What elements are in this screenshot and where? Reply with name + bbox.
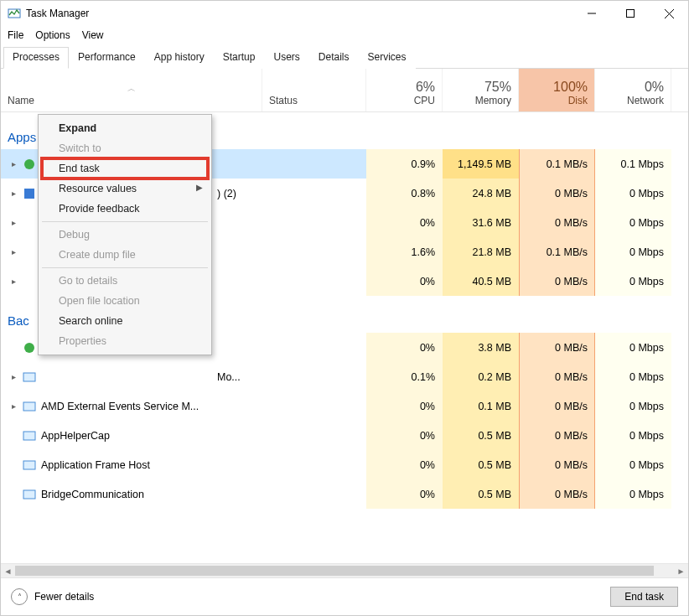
tab-processes[interactable]: Processes: [3, 47, 69, 69]
network-value: 0 Mbps: [595, 179, 671, 208]
menu-item-open-file-location: Open file location: [40, 291, 210, 311]
network-value: 0 Mbps: [595, 479, 671, 509]
column-cpu[interactable]: 6% CPU: [366, 69, 443, 111]
chevron-right-icon[interactable]: ▸: [8, 372, 19, 381]
app-icon: [23, 275, 36, 288]
disk-value: 0 MB/s: [519, 179, 595, 208]
cpu-value: 0%: [366, 391, 443, 421]
network-value: 0 Mbps: [595, 333, 671, 362]
cpu-value: 0%: [366, 333, 443, 362]
menu-item-end-task[interactable]: End task: [40, 158, 210, 179]
svg-rect-11: [23, 461, 35, 469]
chevron-up-icon: ˄: [18, 593, 22, 602]
menu-item-provide-feedback[interactable]: Provide feedback: [40, 199, 210, 219]
close-button[interactable]: [650, 1, 688, 26]
submenu-arrow-icon: ▶: [196, 183, 203, 192]
memory-value: 0.2 MB: [443, 362, 519, 391]
menu-separator: [42, 221, 208, 222]
cpu-value: 0%: [366, 421, 443, 450]
horizontal-scrollbar[interactable]: ◄ ►: [1, 563, 688, 577]
menu-item-label: Resource values: [59, 183, 137, 194]
service-icon: [23, 488, 36, 501]
memory-value: 0.5 MB: [443, 479, 519, 509]
chevron-right-icon[interactable]: ▸: [8, 218, 19, 227]
cpu-value: 0%: [366, 267, 443, 296]
cpu-value: 0%: [366, 208, 443, 237]
tab-services[interactable]: Services: [359, 47, 416, 69]
chevron-right-icon[interactable]: ▸: [8, 247, 19, 256]
menu-file[interactable]: File: [8, 29, 23, 41]
scroll-left-icon[interactable]: ◄: [1, 567, 15, 576]
tab-performance[interactable]: Performance: [69, 47, 145, 69]
fewer-details-toggle[interactable]: ˄: [11, 588, 28, 605]
tab-app-history[interactable]: App history: [145, 47, 214, 69]
footer: ˄ Fewer details End task: [1, 577, 688, 615]
column-cpu-label: CPU: [414, 95, 435, 106]
memory-value: 0.5 MB: [443, 421, 519, 450]
app-icon: [23, 246, 36, 259]
process-row[interactable]: ▸ AMD External Events Service M... 0% 0.…: [1, 391, 688, 421]
column-network[interactable]: 0% Network: [595, 69, 671, 111]
process-row[interactable]: ▸ BridgeCommunication 0% 0.5 MB 0 MB/s 0…: [1, 479, 688, 509]
memory-usage-pct: 75%: [484, 80, 511, 95]
svg-rect-2: [627, 10, 635, 18]
tab-startup[interactable]: Startup: [214, 47, 265, 69]
network-usage-pct: 0%: [645, 80, 664, 95]
menu-separator: [42, 267, 208, 268]
menu-item-resource-values[interactable]: Resource values ▶: [40, 179, 210, 199]
process-name: BridgeCommunication: [41, 489, 144, 500]
menu-item-properties: Properties: [40, 331, 210, 351]
process-row[interactable]: ▸ Mo... 0.1% 0.2 MB 0 MB/s 0 Mbps: [1, 362, 688, 391]
cpu-usage-pct: 6%: [416, 80, 435, 95]
network-value: 0 Mbps: [595, 450, 671, 479]
process-row[interactable]: ▸ AppHelperCap 0% 0.5 MB 0 MB/s 0 Mbps: [1, 421, 688, 450]
end-task-button[interactable]: End task: [610, 587, 678, 607]
column-memory[interactable]: 75% Memory: [443, 69, 519, 111]
menu-item-search-online[interactable]: Search online: [40, 311, 210, 331]
chevron-right-icon[interactable]: ▸: [8, 159, 19, 168]
service-icon: [23, 458, 36, 472]
column-network-label: Network: [627, 95, 664, 106]
menu-options[interactable]: Options: [35, 29, 70, 41]
window-title: Task Manager: [26, 8, 89, 19]
fewer-details-label[interactable]: Fewer details: [34, 591, 94, 603]
column-disk[interactable]: 100% Disk: [519, 69, 595, 111]
menu-item-expand[interactable]: Expand: [40, 118, 210, 138]
tab-users[interactable]: Users: [264, 47, 308, 69]
maximize-button[interactable]: [611, 1, 650, 26]
tab-details[interactable]: Details: [309, 47, 359, 69]
chevron-right-icon[interactable]: ▸: [8, 401, 19, 411]
service-icon: [23, 400, 36, 413]
cpu-value: 0%: [366, 450, 443, 479]
disk-value: 0 MB/s: [519, 333, 595, 362]
cpu-value: 0.8%: [366, 179, 443, 208]
menu-item-go-to-details: Go to details: [40, 271, 210, 291]
svg-point-7: [24, 343, 34, 353]
service-icon: [23, 429, 36, 443]
chevron-right-icon[interactable]: ▸: [8, 277, 19, 286]
chevron-right-icon[interactable]: ▸: [8, 189, 19, 198]
app-icon: [23, 216, 36, 230]
menu-view[interactable]: View: [82, 29, 104, 41]
process-row[interactable]: ▸ Application Frame Host 0% 0.5 MB 0 MB/…: [1, 450, 688, 479]
svg-rect-12: [23, 490, 35, 499]
memory-value: 1,149.5 MB: [443, 149, 519, 179]
context-menu: Expand Switch to End task Resource value…: [38, 114, 212, 355]
scroll-right-icon[interactable]: ►: [674, 567, 688, 576]
process-rows[interactable]: Apps (5) ▸ 0.9% 1,149.5 MB 0.1 MB/s 0.1 …: [1, 112, 688, 563]
column-status[interactable]: Status: [262, 69, 366, 111]
column-name[interactable]: ︿ Name: [1, 69, 262, 111]
task-manager-icon: [8, 7, 21, 20]
process-suffix: ) (2): [217, 188, 236, 199]
menu-item-debug: Debug: [40, 225, 210, 245]
menu-item-switch-to: Switch to: [40, 138, 210, 158]
column-disk-label: Disk: [568, 95, 588, 106]
menu-bar: File Options View: [1, 26, 688, 46]
scrollbar-thumb[interactable]: [15, 566, 654, 576]
disk-value: 0.1 MB/s: [519, 237, 595, 267]
cpu-value: 1.6%: [366, 237, 443, 267]
network-value: 0 Mbps: [595, 267, 671, 296]
minimize-button[interactable]: [572, 1, 611, 26]
memory-value: 21.8 MB: [443, 237, 519, 267]
process-name: AppHelperCap: [41, 430, 110, 442]
